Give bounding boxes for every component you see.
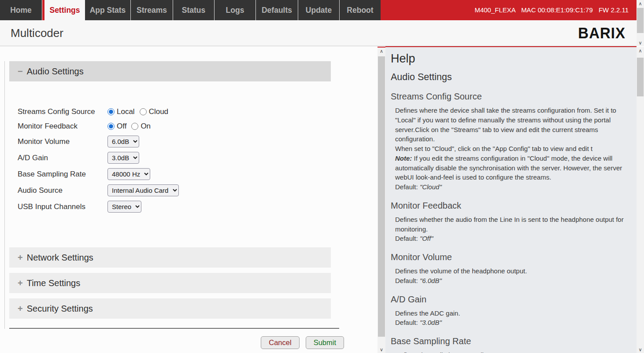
top-frame: Home Settings App Stats Streams Status L… [0, 0, 644, 46]
scrollbar-thumb[interactable] [637, 58, 644, 96]
radio-option-cloud[interactable]: Cloud [140, 107, 168, 116]
tab-logs[interactable]: Logs [215, 0, 256, 20]
radio-on[interactable] [131, 123, 138, 130]
network-settings-header[interactable]: + Network Settings [9, 247, 331, 268]
monitor-volume-select[interactable]: 6.0dB [107, 136, 139, 147]
radio-off[interactable] [107, 123, 115, 130]
settings-form: − Audio Settings Streams Config Source L… [4, 61, 339, 329]
audio-settings-title: Audio Settings [27, 66, 84, 77]
form-actions: Cancel Submit [4, 336, 344, 349]
help-topic-body: Defines whether the audio from the Line … [395, 215, 630, 243]
radio-cloud[interactable] [140, 108, 147, 115]
field-base-sampling-rate: Base Sampling Rate 48000 Hz [18, 166, 339, 182]
scrollbar-up-icon[interactable]: ∧ [637, 0, 644, 7]
audio-source-select[interactable]: Internal Audio Card [107, 184, 179, 196]
help-panel: Help Audio Settings Streams Config Sourc… [385, 46, 637, 353]
help-topic-body: Defines where the device shall take the … [395, 106, 630, 192]
barix-logo: BARIX [578, 24, 625, 42]
ad-gain-select[interactable]: 3.0dB [107, 152, 139, 164]
audio-settings-fields: Streams Config Source Local Cloud Monito… [9, 104, 339, 215]
default-value: "6.0dB" [420, 277, 442, 284]
scrollbar-track[interactable] [637, 7, 644, 39]
tab-settings[interactable]: Settings [42, 0, 85, 20]
tab-home[interactable]: Home [0, 0, 42, 20]
collapse-minus-icon: − [18, 66, 23, 77]
help-topic-monitor-feedback: Monitor Feedback [391, 201, 630, 211]
field-audio-source: Audio Source Internal Audio Card [18, 182, 339, 199]
default-value: "3.0dB" [420, 319, 442, 326]
scrollbar-up-icon[interactable]: ∧ [378, 48, 385, 55]
note-text: If you edit the streams configuration in… [395, 154, 622, 181]
scrollbar-thumb[interactable] [378, 56, 385, 337]
help-paragraph: Defines where the device shall take the … [395, 106, 630, 144]
scrollbar-up-icon[interactable]: ∧ [637, 47, 644, 54]
help-paragraph: Defines the volume of the headphone outp… [395, 266, 630, 276]
device-info-bar: M400_FLEXA MAC 00:08:E1:09:C1:79 FW 2.2.… [381, 0, 637, 20]
field-usb-input-channels: USB Input Channels Stereo [18, 199, 339, 215]
scrollbar-thumb[interactable] [637, 8, 644, 33]
settings-frame-scrollbar[interactable]: ∧ ∨ [378, 47, 385, 353]
field-label: Audio Source [18, 186, 107, 195]
security-settings-header[interactable]: + Security Settings [9, 298, 331, 319]
scrollbar-down-icon[interactable]: ∨ [378, 346, 385, 353]
help-topic-monitor-volume: Monitor Volume [391, 252, 630, 262]
radio-option-local[interactable]: Local [107, 107, 135, 116]
audio-settings-header[interactable]: − Audio Settings [9, 61, 331, 81]
field-monitor-volume: Monitor Volume 6.0dB [18, 133, 339, 150]
scrollbar-down-icon[interactable]: ∨ [637, 39, 644, 46]
field-label: Monitor Feedback [18, 122, 107, 131]
submit-button[interactable]: Submit [306, 336, 344, 349]
time-settings-header[interactable]: + Time Settings [9, 273, 331, 293]
tab-update[interactable]: Update [298, 0, 340, 20]
network-settings-title: Network Settings [27, 253, 93, 263]
tab-app-stats[interactable]: App Stats [85, 0, 131, 20]
tab-reboot[interactable]: Reboot [340, 0, 381, 20]
device-firmware: FW 2.2.11 [599, 6, 629, 14]
cancel-button[interactable]: Cancel [261, 336, 299, 349]
field-label: Streams Config Source [18, 107, 107, 116]
security-settings-title: Security Settings [27, 304, 93, 314]
field-streams-config-source: Streams Config Source Local Cloud [18, 104, 339, 119]
device-model: M400_FLEXA [474, 6, 515, 14]
expand-plus-icon: + [18, 304, 23, 314]
top-frame-scrollbar[interactable]: ∧ ∨ [637, 0, 644, 46]
field-monitor-feedback: Monitor Feedback Off On [18, 119, 339, 133]
help-paragraph: Defines whether the audio from the Line … [395, 215, 630, 234]
radio-label: Local [117, 107, 135, 116]
page-title: Multicoder [11, 26, 63, 40]
expand-plus-icon: + [18, 278, 23, 288]
usb-input-channels-select[interactable]: Stereo [107, 201, 141, 213]
scrollbar-track[interactable] [378, 55, 385, 346]
default-label: Default: [395, 277, 420, 284]
help-topic-body: Defines the audio input sampling rate [395, 350, 630, 353]
help-default: Default: "Off" [395, 234, 630, 243]
tab-streams[interactable]: Streams [131, 0, 173, 20]
default-label: Default: [395, 319, 420, 326]
scrollbar-track[interactable] [637, 54, 644, 346]
tab-status[interactable]: Status [173, 0, 215, 20]
help-default: Default: "Cloud" [395, 182, 630, 192]
radio-option-on[interactable]: On [131, 122, 151, 131]
base-sampling-rate-select[interactable]: 48000 Hz [107, 168, 150, 180]
radio-option-off[interactable]: Off [107, 122, 126, 131]
settings-frame: − Audio Settings Streams Config Source L… [0, 47, 378, 353]
help-section-title: Audio Settings [391, 72, 630, 83]
radio-local[interactable] [107, 108, 115, 115]
default-value: "Off" [420, 235, 433, 242]
tab-defaults[interactable]: Defaults [256, 0, 298, 20]
help-panel-scrollbar[interactable]: ∧ ∨ [637, 47, 644, 353]
default-value: "Cloud" [420, 183, 442, 191]
radio-label: On [141, 122, 151, 131]
help-topic-base-sampling-rate: Base Sampling Rate [391, 336, 630, 346]
form-divider [9, 328, 339, 329]
help-title: Help [391, 52, 630, 66]
default-label: Default: [395, 235, 420, 242]
field-ad-gain: A/D Gain 3.0dB [18, 150, 339, 166]
scrollbar-down-icon[interactable]: ∨ [637, 346, 644, 353]
help-paragraph: Defines the audio input sampling rate [395, 350, 630, 353]
help-paragraph: Note: If you edit the streams configurat… [395, 154, 630, 182]
help-topic-body: Defines the ADC gain. Default: "3.0dB" [395, 309, 630, 328]
device-mac: MAC 00:08:E1:09:C1:79 [521, 6, 593, 14]
main-navigation: Home Settings App Stats Streams Status L… [0, 0, 637, 20]
time-settings-title: Time Settings [27, 278, 81, 288]
